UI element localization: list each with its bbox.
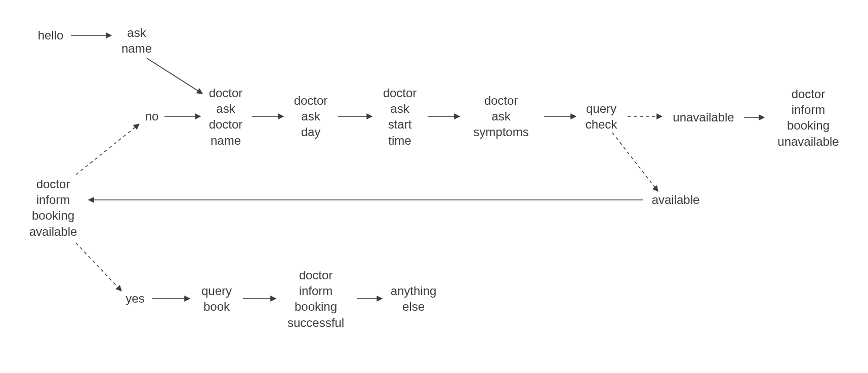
- edge-informavailable-to-no: [76, 124, 139, 175]
- node-anything-else: anything else: [391, 283, 437, 314]
- edge-askname-to-doctoraskdoctorname: [147, 58, 202, 94]
- node-no: no: [145, 108, 159, 124]
- edge-informavailable-to-yes: [76, 243, 121, 291]
- node-unavailable: unavailable: [673, 109, 734, 125]
- node-doctor-ask-doctor-name: doctor ask doctor name: [209, 85, 243, 148]
- node-doctor-inform-booking-available: doctor inform booking available: [29, 176, 77, 239]
- node-query-check: query check: [586, 101, 617, 132]
- node-hello: hello: [38, 27, 64, 43]
- node-doctor-ask-symptoms: doctor ask symptoms: [473, 93, 528, 140]
- node-doctor-inform-booking-successful: doctor inform booking successful: [287, 267, 344, 330]
- dialogue-flow-diagram: hello ask name no doctor ask doctor name…: [0, 0, 868, 373]
- node-available: available: [652, 192, 700, 208]
- node-doctor-ask-start-time: doctor ask start time: [383, 85, 417, 148]
- node-doctor-inform-booking-unavailable: doctor inform booking unavailable: [777, 86, 839, 149]
- node-ask-name: ask name: [121, 25, 152, 56]
- edge-querycheck-to-available: [612, 133, 658, 191]
- node-doctor-ask-day: doctor ask day: [294, 93, 328, 140]
- node-query-book: query book: [201, 283, 232, 314]
- node-yes: yes: [126, 291, 144, 306]
